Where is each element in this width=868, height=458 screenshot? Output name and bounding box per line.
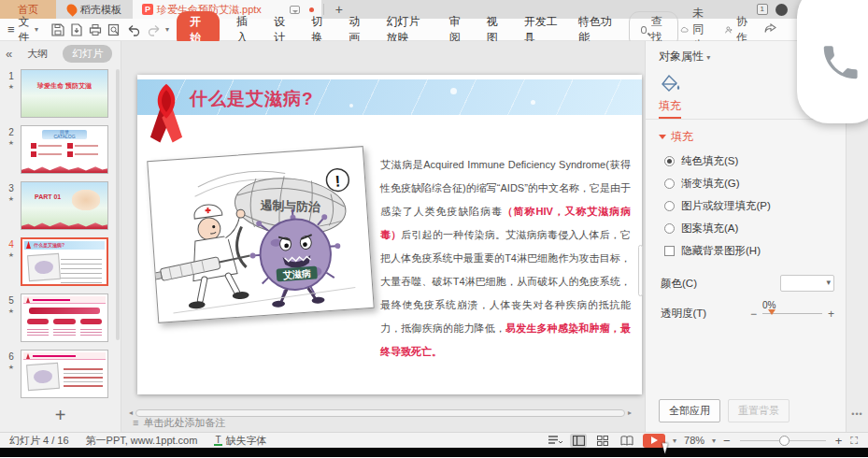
share-button[interactable] [764,22,776,36]
share-arrow-icon [764,22,776,34]
zoom-level[interactable]: 78% [684,435,704,446]
fill-section-header[interactable]: 填充 [659,129,834,145]
slide-number: 1 [8,71,14,81]
redo-button[interactable] [147,21,162,37]
slide-sorter-view-button[interactable] [594,434,611,448]
missing-font-warning[interactable]: T 缺失字体 [214,434,266,448]
zoom-out-button[interactable]: − [723,434,731,448]
option-label: 图片或纹理填充(P) [681,199,771,213]
slide-thumbnail-4-selected[interactable]: 4★ 什么是艾滋病? [2,237,116,286]
transparency-label: 透明度(T) [661,307,726,321]
thumbnail-list: 1★ 珍爱生命 预防艾滋 2★ 目录CATALOG 3★ PART 01 4★ [0,65,116,398]
radio-icon [664,223,675,234]
tab-fill[interactable]: 填充 [659,98,681,119]
toolbar-options-icon[interactable]: ▾ [165,25,169,34]
slide-thumbnail-5[interactable]: 5★ [2,293,116,342]
zoom-in-button[interactable]: + [835,434,843,448]
animation-star-icon: ★ [8,83,14,91]
slideshow-options-icon[interactable]: ▾ [673,437,676,445]
play-slideshow-button[interactable] [643,434,665,448]
wps-presentation-icon: P [142,4,153,15]
tab-docer-templates[interactable]: 稻壳模板 [56,0,133,19]
animation-star-icon: ★ [8,308,14,315]
normal-view-button[interactable] [570,434,587,448]
cartoon-image[interactable]: 遏制与防治 ! [147,146,375,323]
current-slide[interactable]: 什么是艾滋病? 遏制与防治 ! [137,75,642,394]
zoom-dropdown-icon[interactable]: ▾ [712,437,716,445]
section-collapse-icon [659,135,666,139]
slide-thumbnail-6[interactable]: 6★ [2,350,116,398]
virus-label: 艾滋病 [282,268,312,280]
option-label: 渐变填充(G) [681,177,740,191]
slide-thumbnail-1[interactable]: 1★ 珍爱生命 预防艾滋 [2,69,116,118]
thumb4-title: 什么是艾滋病? [34,242,64,248]
option-solid-fill[interactable]: 纯色填充(S) [664,154,834,168]
radio-icon [664,179,675,189]
option-picture-texture-fill[interactable]: 图片或纹理填充(P) [664,199,834,213]
option-label: 隐藏背景图形(H) [681,244,761,258]
tab-slides[interactable]: 幻灯片 [63,45,112,63]
chevron-down-icon: ▾ [35,25,38,34]
slide-panel: « 大纲 幻灯片 1★ 珍爱生命 预防艾滋 2★ 目录CATALOG [0,41,121,432]
more-tools-button[interactable]: ••• [847,409,868,419]
phone-overlay-card[interactable] [797,0,868,123]
zoom-slider-knob[interactable] [779,436,790,446]
ribbon-bar: ≡ 文件 ▾ ▾ 开始 插入 设计 切换 动画 幻灯片放映 审阅 视图 开发工具 [0,19,868,41]
collapse-sidebar-button[interactable]: « [6,47,12,61]
chevron-down-icon: ▾ [706,53,710,62]
slide-body-text[interactable]: 艾滋病是Acquired Immune Deficiency Syndrome(… [380,153,631,364]
thumb1-title: 珍爱生命 预防艾滋 [21,81,107,90]
vertical-scrollbar[interactable] [638,245,643,296]
notes-bar[interactable]: ≡ 单击此处添加备注 [121,413,645,432]
option-label: 图案填充(A) [681,222,738,236]
option-gradient-fill[interactable]: 渐变填充(G) [664,177,834,191]
color-dropdown[interactable] [780,275,834,292]
undo-button[interactable] [126,21,141,37]
save-button[interactable] [51,21,64,37]
comment-bubble-icon[interactable] [290,6,300,14]
sidebar-scrollbar[interactable] [116,69,120,340]
person-plus-icon [725,24,733,36]
transparency-minus-button[interactable]: − [750,308,757,321]
slide-number: 2 [8,127,14,137]
thumb2-subtitle: CATALOG [53,134,75,139]
transparency-slider-handle[interactable] [768,309,776,315]
tab-outline[interactable]: 大纲 [21,45,53,63]
print-preview-button[interactable] [107,21,121,37]
wps-presentation-window: 首页 稻壳模板 P 珍爱生命预防艾滋.pptx + 1 ≡ 文件 ▾ [0,0,868,458]
tab-docer-label: 稻壳模板 [80,3,121,17]
missing-font-icon: T [214,436,221,446]
aids-ribbon-icon [149,81,184,147]
slide-number: 3 [8,183,14,193]
reading-view-button[interactable] [619,434,635,448]
add-slide-button[interactable]: + [0,405,121,426]
hamburger-icon: ≡ [7,22,15,36]
transparency-plus-button[interactable]: + [828,308,834,321]
print-button[interactable] [89,21,102,37]
slide-title[interactable]: 什么是艾滋病? [190,87,314,111]
option-hide-background-graphics[interactable]: 隐藏背景图形(H) [664,244,834,258]
slide-number: 4 [8,239,14,250]
apply-all-button[interactable]: 全部应用 [659,399,720,422]
export-pdf-button[interactable] [70,21,83,37]
slide-canvas: 什么是艾滋病? 遏制与防治 ! [121,41,645,432]
bottom-black-strip [0,448,868,457]
animation-star-icon: ★ [8,251,14,259]
notes-toggle-button[interactable] [548,435,562,447]
reset-background-button: 重置背景 [728,399,790,422]
docer-flame-icon [64,2,79,17]
notes-placeholder[interactable]: 单击此处添加备注 [143,416,225,430]
net-label: 遏制与防治 [259,198,320,214]
fit-to-window-button[interactable]: ⛶ [849,434,859,448]
animation-star-icon: ★ [8,195,14,203]
animation-star-icon: ★ [8,139,14,147]
option-pattern-fill[interactable]: 图案填充(A) [664,222,834,236]
radio-icon [664,156,675,166]
slide-thumbnail-2[interactable]: 2★ 目录CATALOG [2,125,116,174]
transparency-slider[interactable]: 0% [762,313,822,314]
slide-number: 5 [8,295,14,306]
document-footer-text: 第一PPT, www.1ppt.com [86,434,198,448]
zoom-slider[interactable] [740,440,826,441]
slide-thumbnail-3[interactable]: 3★ PART 01 [2,181,116,230]
color-label: 颜色(C) [661,277,726,291]
